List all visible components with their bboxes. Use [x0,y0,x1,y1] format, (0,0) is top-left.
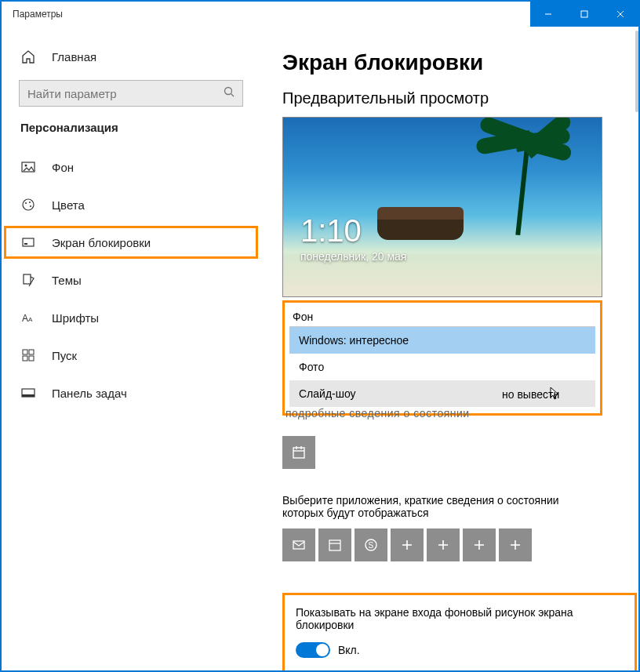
toggle-state: Вкл. [338,644,360,656]
sidebar-item-themes[interactable]: Темы [2,261,260,299]
background-label: Фон [293,311,595,323]
picture-icon [20,159,36,175]
sidebar-item-background[interactable]: Фон [2,148,260,186]
svg-point-9 [25,202,27,204]
signin-background-toggle-highlight: Показывать на экране входа фоновый рисун… [282,593,637,670]
svg-point-8 [23,199,34,210]
signin-background-toggle[interactable] [296,642,330,658]
quick-tile-skype[interactable]: S [355,529,387,561]
preview-label: Предварительный просмотр [282,89,610,107]
svg-rect-23 [293,448,304,458]
svg-text:A: A [28,316,33,323]
svg-point-11 [30,205,31,207]
dropdown-option-spotlight[interactable]: Windows: интересное [289,327,595,354]
obscured-text-below: подробные сведения о состоянии [285,407,470,420]
svg-rect-14 [24,274,31,284]
svg-rect-20 [29,356,34,361]
quick-tile-add[interactable] [427,529,460,561]
svg-point-10 [29,202,31,203]
quick-status-label: Выберите приложения, краткие сведения о … [282,494,596,519]
start-icon [20,347,36,363]
svg-point-7 [25,165,27,167]
svg-text:S: S [369,541,374,550]
obscured-text-right: но вывести [502,388,559,401]
svg-line-5 [231,94,235,97]
maximize-button[interactable] [566,2,602,27]
home-icon [20,49,36,64]
svg-rect-17 [23,350,27,354]
sidebar-item-label: Фон [52,161,74,174]
preview-date: понедельник, 20 мая [300,250,406,263]
dropdown-option-label: Слайд-шоу [299,387,356,400]
toggle-label: Показывать на экране входа фоновый рисун… [296,606,624,631]
sidebar-item-taskbar[interactable]: Панель задач [2,374,260,412]
sidebar-item-label: Экран блокировки [52,236,151,249]
svg-rect-13 [24,243,27,245]
page-title: Экран блокировки [282,50,610,75]
nav-home-label: Главная [52,50,96,64]
quick-tile-add[interactable] [463,529,496,561]
svg-rect-27 [293,541,304,549]
detailed-status-tile[interactable] [282,436,315,469]
svg-rect-28 [329,540,340,550]
quick-tile-mail[interactable] [282,529,315,561]
svg-rect-1 [581,11,587,17]
themes-icon [20,272,36,288]
search-input[interactable] [27,87,224,100]
search-input-wrap[interactable] [19,80,243,107]
svg-text:A: A [22,313,28,324]
palette-icon [20,197,36,212]
svg-point-4 [225,88,232,95]
nav-home[interactable]: Главная [2,41,260,72]
svg-rect-22 [22,394,35,397]
quick-tile-add[interactable] [499,529,532,561]
sidebar-item-label: Цвета [52,198,85,212]
sidebar-item-label: Шрифты [52,311,99,325]
fonts-icon: AA [20,310,36,325]
sidebar-item-colors[interactable]: Цвета [2,186,260,223]
close-button[interactable] [602,2,638,27]
lockscreen-icon [20,234,36,250]
quick-tile-calendar[interactable] [318,529,351,561]
svg-rect-18 [29,350,34,354]
sidebar-item-lockscreen[interactable]: Экран блокировки [2,223,260,261]
lockscreen-preview: 1:10 понедельник, 20 мая [282,117,602,297]
svg-rect-12 [23,238,34,246]
quick-status-tiles: S [282,529,610,561]
dropdown-option-photo[interactable]: Фото [289,354,595,380]
quick-tile-add[interactable] [391,529,424,561]
sidebar-item-label: Панель задач [52,387,127,400]
sidebar-item-fonts[interactable]: AA Шрифты [2,299,260,336]
section-header: Персонализация [2,121,260,142]
sidebar-item-label: Темы [52,274,82,287]
preview-time: 1:10 [300,213,406,249]
sidebar-item-start[interactable]: Пуск [2,336,260,374]
svg-rect-19 [23,356,27,361]
sidebar-item-label: Пуск [52,349,77,362]
taskbar-icon [20,385,36,401]
search-icon [224,86,235,100]
minimize-button[interactable] [530,2,566,27]
window-title: Параметры [2,9,530,20]
scrollbar[interactable] [635,31,638,112]
